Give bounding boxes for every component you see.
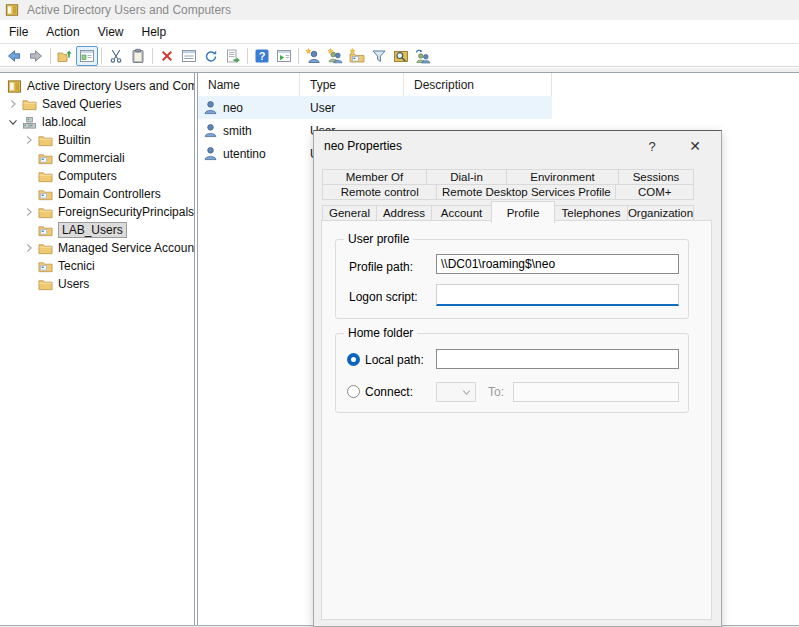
ou-folder-icon: [37, 222, 53, 238]
tree-item-managed-service-accounts[interactable]: Managed Service Accounts: [0, 239, 194, 257]
list-row-neo[interactable]: neo User: [198, 96, 552, 119]
chevron-right-icon[interactable]: [21, 204, 37, 220]
chevron-down-icon[interactable]: [5, 114, 21, 130]
tab-com-plus[interactable]: COM+: [615, 184, 694, 200]
local-path-radio[interactable]: [347, 353, 360, 366]
home-folder-groupbox: Home folder Local path: Connect: To:: [335, 333, 689, 413]
forward-button[interactable]: [25, 46, 47, 66]
tab-row-1: Member Of Dial-in Environment Sessions: [322, 169, 694, 185]
dialog-help-button[interactable]: ?: [637, 131, 667, 161]
column-header-description[interactable]: Description: [404, 73, 552, 96]
connect-path-input[interactable]: [513, 382, 679, 402]
tab-remote-desktop-services-profile[interactable]: Remote Desktop Services Profile: [436, 184, 616, 200]
export-list-button[interactable]: [222, 46, 244, 66]
create-new-group-button[interactable]: [324, 46, 346, 66]
chevron-right-icon[interactable]: [21, 132, 37, 148]
tab-environment[interactable]: Environment: [506, 169, 619, 185]
toolbar-separator: [152, 48, 153, 64]
menubar: File Action View Help: [0, 20, 799, 44]
chevron-right-icon[interactable]: [21, 240, 37, 256]
refresh-button[interactable]: [200, 46, 222, 66]
create-new-ou-button[interactable]: [346, 46, 368, 66]
tab-general[interactable]: General: [322, 205, 377, 221]
logon-script-input[interactable]: [436, 284, 679, 306]
tree-item-users[interactable]: Users: [0, 275, 194, 293]
tree-item-foreign-security-principals[interactable]: ForeignSecurityPrincipals: [0, 203, 194, 221]
menu-action[interactable]: Action: [37, 20, 88, 43]
folder-icon: [37, 204, 53, 220]
user-profile-groupbox: User profile Profile path: Logon script:: [335, 239, 689, 319]
drive-letter-dropdown[interactable]: [436, 382, 476, 402]
back-icon: [6, 48, 22, 64]
paste-button[interactable]: [127, 46, 149, 66]
tree-item-root[interactable]: Active Directory Users and Com: [0, 77, 194, 95]
tree-item-label: Managed Service Accounts: [58, 241, 195, 255]
tab-account[interactable]: Account: [431, 205, 492, 221]
tree-item-lab-users[interactable]: LAB_Users: [0, 221, 194, 239]
expander-spacer: [21, 258, 37, 274]
forward-icon: [28, 48, 44, 64]
new-ou-icon: [349, 48, 365, 64]
find-button[interactable]: [390, 46, 412, 66]
dialog-title: neo Properties: [324, 139, 402, 153]
tree-item-label: Saved Queries: [42, 97, 121, 111]
back-button[interactable]: [3, 46, 25, 66]
column-header-type[interactable]: Type: [300, 73, 404, 96]
tab-profile[interactable]: Profile: [491, 201, 555, 223]
delete-button[interactable]: [156, 46, 178, 66]
toolbar-separator: [298, 48, 299, 64]
properties-button[interactable]: [178, 46, 200, 66]
user-icon: [203, 123, 218, 138]
new-window-icon: [276, 48, 292, 64]
create-new-user-button[interactable]: [302, 46, 324, 66]
tab-dial-in[interactable]: Dial-in: [426, 169, 507, 185]
expander-spacer: [21, 150, 37, 166]
chevron-right-icon[interactable]: [5, 96, 21, 112]
user-icon: [203, 100, 218, 115]
folder-icon: [37, 240, 53, 256]
tab-organization[interactable]: Organization: [627, 205, 694, 221]
up-one-level-button[interactable]: [54, 46, 76, 66]
properties-icon: [181, 48, 197, 64]
connect-label[interactable]: Connect:: [365, 385, 413, 399]
tree-item-label: Users: [58, 277, 89, 291]
tab-strip: Member Of Dial-in Environment Sessions R…: [322, 169, 694, 221]
tab-telephones[interactable]: Telephones: [554, 205, 628, 221]
tree-item-domain-controllers[interactable]: Domain Controllers: [0, 185, 194, 203]
profile-path-label: Profile path:: [349, 260, 413, 274]
show-hide-console-tree-button[interactable]: [76, 46, 98, 66]
tab-sessions[interactable]: Sessions: [618, 169, 694, 185]
user-icon: [203, 146, 218, 161]
close-icon[interactable]: ✕: [680, 131, 710, 161]
tree-item-builtin[interactable]: Builtin: [0, 131, 194, 149]
menu-file[interactable]: File: [0, 20, 37, 43]
paste-icon: [130, 48, 146, 64]
folder-icon: [37, 168, 53, 184]
new-window-from-here-button[interactable]: [273, 46, 295, 66]
local-path-label[interactable]: Local path:: [365, 353, 424, 367]
tree-item-tecnici[interactable]: Tecnici: [0, 257, 194, 275]
tree-item-computers[interactable]: Computers: [0, 167, 194, 185]
help-button[interactable]: ?: [251, 46, 273, 66]
local-path-input[interactable]: [436, 349, 679, 369]
ou-folder-icon: [37, 186, 53, 202]
tree-item-label: Tecnici: [58, 259, 95, 273]
tab-address[interactable]: Address: [376, 205, 432, 221]
tree-item-lab-local[interactable]: lab.local: [0, 113, 194, 131]
profile-path-input[interactable]: [436, 254, 679, 274]
delegation-button[interactable]: [412, 46, 434, 66]
filter-button[interactable]: [368, 46, 390, 66]
tab-remote-control[interactable]: Remote control: [322, 184, 437, 200]
cut-button[interactable]: [105, 46, 127, 66]
console-tree-pane: Active Directory Users and Com Saved Que…: [0, 73, 195, 625]
dialog-titlebar[interactable]: neo Properties ? ✕: [314, 131, 721, 161]
column-header-name[interactable]: Name: [198, 73, 300, 96]
tab-member-of[interactable]: Member Of: [322, 169, 427, 185]
menu-view[interactable]: View: [89, 20, 133, 43]
tree-item-saved-queries[interactable]: Saved Queries: [0, 95, 194, 113]
menu-help[interactable]: Help: [133, 20, 176, 43]
groupbox-title: Home folder: [344, 326, 417, 340]
tree-item-commerciali[interactable]: Commerciali: [0, 149, 194, 167]
connect-radio[interactable]: [347, 385, 360, 398]
titlebar: Active Directory Users and Computers: [0, 0, 799, 20]
